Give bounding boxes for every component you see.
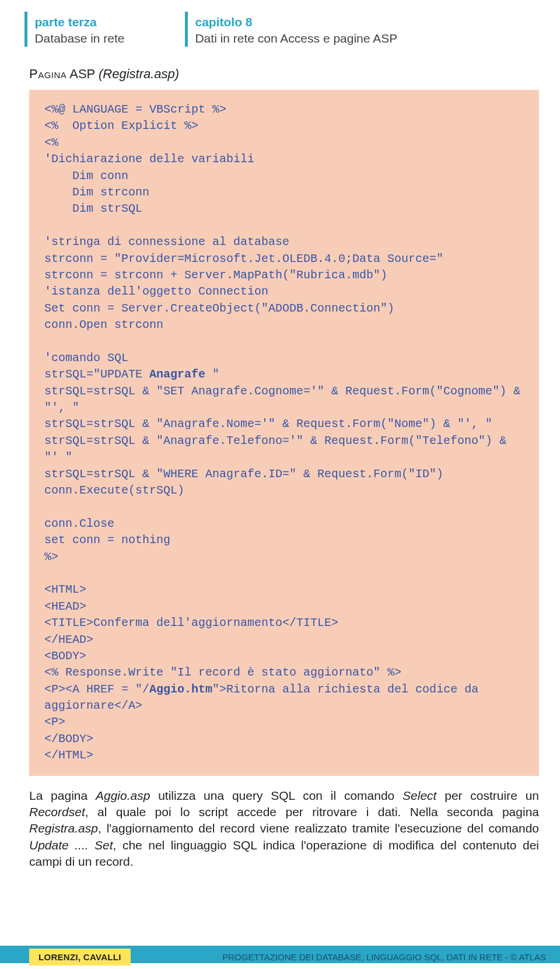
body-t2: utilizza una query SQL con il comando	[150, 789, 402, 802]
body-t3: per costruire un	[436, 789, 539, 802]
footer-publisher: PROGETTAZIONE DEI DATABASE, LINGUAGGIO S…	[222, 952, 546, 962]
body-i1: Aggio.asp	[96, 789, 150, 802]
header-left-col: parte terza Database in rete	[18, 12, 178, 47]
body-i4: Registra.asp	[29, 821, 98, 835]
asp-code-block: <%@ LANGUAGE = VBScript %> <% Option Exp…	[29, 90, 539, 776]
header-right-col: capitolo 8 Dati in rete con Access e pag…	[178, 12, 397, 47]
body-i2: Select	[402, 789, 436, 802]
code-bold-aggio: Aggio.htm	[149, 683, 212, 696]
page-title-rest: ASP	[66, 67, 99, 81]
header-accent-bar-right	[185, 12, 188, 47]
chapter-label: capitolo 8	[195, 15, 397, 29]
page-title-smallcaps: Pagina	[29, 67, 66, 81]
page-title-filename: (Registra.asp)	[99, 67, 179, 81]
body-i3: Recordset	[29, 805, 85, 818]
code-part-2: " strSQL=strSQL & "SET Anagrafe.Cognome=…	[44, 368, 527, 695]
code-part-1: <%@ LANGUAGE = VBScript %> <% Option Exp…	[44, 103, 443, 381]
code-bold-anagrafe: Anagrafe	[149, 368, 205, 381]
body-t4: , al quale poi lo script accede per ritr…	[85, 805, 539, 818]
body-t1: La pagina	[29, 789, 96, 802]
header-left-text: parte terza Database in rete	[34, 12, 124, 46]
part-sub-label: Database in rete	[34, 32, 124, 46]
page-title: Pagina ASP (Registra.asp)	[0, 53, 560, 90]
footer-authors: LORENZI, CAVALLI	[29, 949, 131, 965]
header-right-text: capitolo 8 Dati in rete con Access e pag…	[195, 12, 397, 46]
chapter-sub-label: Dati in rete con Access e pagine ASP	[195, 32, 397, 46]
body-t5: , l'aggiornamento del record viene reali…	[98, 821, 539, 835]
page-header: parte terza Database in rete capitolo 8 …	[0, 0, 560, 53]
body-i5: Update .... Set	[29, 838, 113, 852]
part-label: parte terza	[34, 15, 124, 29]
body-paragraph: La pagina Aggio.asp utilizza una query S…	[0, 776, 560, 870]
header-accent-bar-left	[24, 12, 27, 47]
